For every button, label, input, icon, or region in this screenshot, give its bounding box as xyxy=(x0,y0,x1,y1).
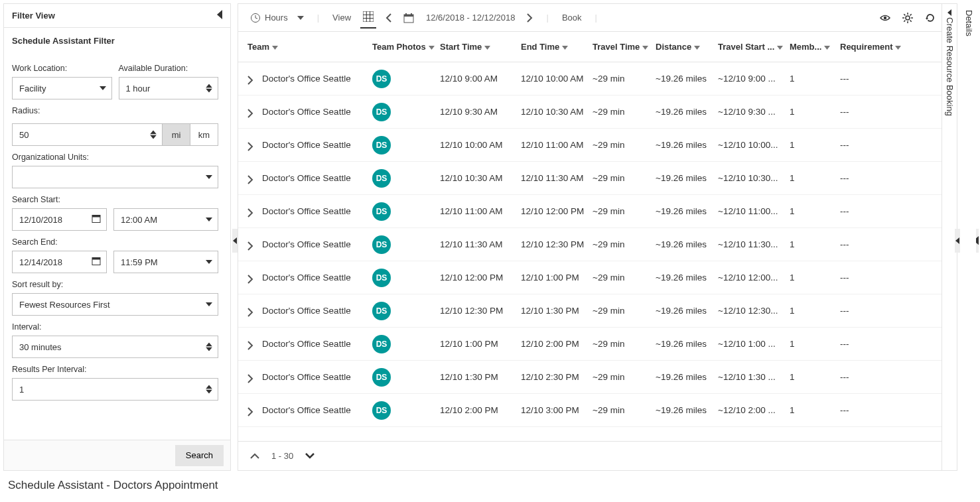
team-name: Doctor's Office Seattle xyxy=(262,405,351,415)
book-button[interactable]: Book xyxy=(559,10,585,25)
search-button[interactable]: Search xyxy=(175,445,224,466)
interval-input[interactable]: 30 minutes xyxy=(12,336,218,358)
svg-marker-42 xyxy=(926,18,928,20)
svg-line-39 xyxy=(910,20,912,21)
expand-row-icon[interactable] xyxy=(247,275,254,281)
cell-members: 1 xyxy=(790,372,840,382)
sort-select[interactable]: Fewest Resources First xyxy=(12,293,218,316)
table-row[interactable]: Doctor's Office Seattle DS 12/10 10:30 A… xyxy=(238,162,947,195)
table-row[interactable]: Doctor's Office Seattle DS 12/10 12:30 P… xyxy=(238,294,947,328)
table-row[interactable]: Doctor's Office Seattle DS 12/10 2:00 PM… xyxy=(238,394,947,427)
expand-row-icon[interactable] xyxy=(247,374,254,381)
table-row[interactable]: Doctor's Office Seattle DS 12/10 12:00 P… xyxy=(238,261,947,294)
cell-requirement: --- xyxy=(840,306,906,316)
table-row[interactable]: Doctor's Office Seattle DS 12/10 1:00 PM… xyxy=(238,328,947,361)
svg-marker-14 xyxy=(206,343,212,347)
search-end-date[interactable]: 12/14/2018 xyxy=(12,251,107,273)
team-avatar: DS xyxy=(372,103,391,121)
expand-row-icon[interactable] xyxy=(247,341,254,347)
table-row[interactable]: Doctor's Office Seattle DS 12/10 11:00 A… xyxy=(238,195,947,228)
visibility-button[interactable] xyxy=(877,10,893,26)
collapse-all-button[interactable] xyxy=(250,451,259,461)
table-row[interactable]: Doctor's Office Seattle DS 12/10 10:00 A… xyxy=(238,129,947,162)
cell-end-time: 12/10 12:30 PM xyxy=(521,239,593,249)
cell-requirement: --- xyxy=(840,107,906,117)
grid-view-button[interactable] xyxy=(360,9,376,29)
sort-icon xyxy=(562,42,568,52)
calendar-icon xyxy=(92,214,101,225)
unit-mi-button[interactable]: mi xyxy=(163,123,190,146)
search-end-time[interactable]: 11:59 PM xyxy=(113,251,218,273)
expand-row-icon[interactable] xyxy=(247,109,254,115)
sort-icon xyxy=(484,42,490,52)
svg-marker-9 xyxy=(206,218,212,221)
col-distance[interactable]: Distance xyxy=(656,42,718,52)
cell-photo: DS xyxy=(372,169,440,188)
svg-marker-13 xyxy=(206,302,212,306)
expand-row-icon[interactable] xyxy=(247,175,254,182)
grid-body[interactable]: Doctor's Office Seattle DS 12/10 9:00 AM… xyxy=(238,62,947,441)
col-team[interactable]: Team xyxy=(247,42,372,52)
refresh-button[interactable] xyxy=(922,10,938,26)
table-row[interactable]: Doctor's Office Seattle DS 12/10 9:00 AM… xyxy=(238,62,947,95)
col-start-time[interactable]: Start Time xyxy=(440,42,521,52)
work-location-select[interactable]: Facility xyxy=(12,77,112,99)
cell-members: 1 xyxy=(790,239,840,249)
svg-line-40 xyxy=(910,14,912,15)
table-row[interactable]: Doctor's Office Seattle DS 12/10 11:30 A… xyxy=(238,228,947,261)
col-requirement[interactable]: Requirement xyxy=(840,42,906,52)
table-row[interactable]: Doctor's Office Seattle DS 12/10 1:30 PM… xyxy=(238,361,947,394)
cell-photo: DS xyxy=(372,401,440,420)
team-avatar: DS xyxy=(372,136,391,155)
expand-all-button[interactable] xyxy=(305,451,315,461)
spinner-icon xyxy=(150,131,157,139)
caret-down-icon xyxy=(206,260,212,264)
right-panel-collapse-handle[interactable] xyxy=(955,229,960,253)
table-row[interactable]: Doctor's Office Seattle DS 12/10 9:30 AM… xyxy=(238,95,947,129)
sort-value: Fewest Resources First xyxy=(19,300,110,310)
svg-point-33 xyxy=(906,16,910,20)
svg-marker-52 xyxy=(955,237,959,244)
prev-range-button[interactable] xyxy=(383,11,394,25)
col-travel-time[interactable]: Travel Time xyxy=(593,42,656,52)
spinner-icon xyxy=(206,84,212,93)
search-start-date-value: 12/10/2018 xyxy=(19,215,62,225)
expand-row-icon[interactable] xyxy=(247,208,254,215)
filter-form: Work Location: Facility Available Durati… xyxy=(4,53,230,440)
results-per-interval-value: 1 xyxy=(19,385,24,395)
cell-travel-start: ~12/10 1:00 ... xyxy=(718,339,790,349)
search-start-time[interactable]: 12:00 AM xyxy=(113,208,218,231)
next-range-button[interactable] xyxy=(524,11,535,25)
svg-line-41 xyxy=(904,20,905,21)
unit-km-button[interactable]: km xyxy=(190,123,218,146)
search-start-date[interactable]: 12/10/2018 xyxy=(12,208,107,231)
details-rail[interactable]: Details xyxy=(961,3,976,471)
expand-row-icon[interactable] xyxy=(247,142,254,149)
cell-photo: DS xyxy=(372,103,440,121)
settings-button[interactable] xyxy=(900,10,916,26)
cell-end-time: 12/10 3:00 PM xyxy=(521,405,593,415)
col-travel-start[interactable]: Travel Start ... xyxy=(718,42,790,52)
cell-requirement: --- xyxy=(840,173,906,183)
team-avatar: DS xyxy=(372,70,391,88)
expand-row-icon[interactable] xyxy=(247,308,254,314)
collapse-filter-icon[interactable] xyxy=(217,10,222,22)
cell-members: 1 xyxy=(790,74,840,84)
expand-row-icon[interactable] xyxy=(247,241,254,248)
date-range[interactable]: 12/6/2018 - 12/12/2018 xyxy=(423,10,518,25)
results-per-interval-input[interactable]: 1 xyxy=(12,378,218,401)
col-members[interactable]: Memb... xyxy=(790,42,840,52)
radius-input[interactable]: 50 xyxy=(12,123,163,146)
expand-row-icon[interactable] xyxy=(247,76,254,82)
col-photos[interactable]: Team Photos xyxy=(372,42,440,52)
expand-row-icon[interactable] xyxy=(247,407,254,414)
panel-collapse-handle[interactable] xyxy=(232,229,238,253)
col-end-time[interactable]: End Time xyxy=(521,42,593,52)
available-duration-input[interactable]: 1 hour xyxy=(119,77,219,99)
svg-point-32 xyxy=(884,16,886,19)
team-avatar: DS xyxy=(372,335,391,353)
org-units-select[interactable] xyxy=(12,166,218,188)
calendar-button[interactable] xyxy=(401,10,417,26)
hours-dropdown[interactable]: Hours xyxy=(247,10,307,26)
caret-down-icon xyxy=(206,302,212,306)
